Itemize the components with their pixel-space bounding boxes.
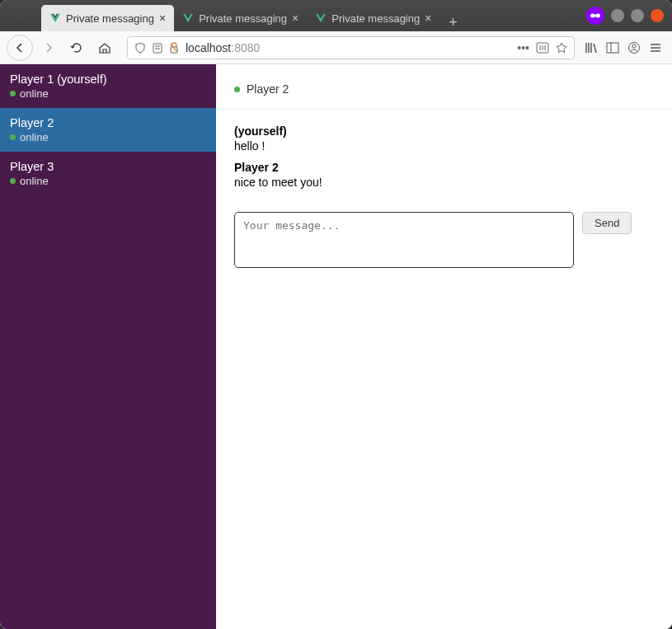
sidebar-icon[interactable] xyxy=(606,41,619,54)
close-icon[interactable]: × xyxy=(425,12,431,25)
new-tab-button[interactable]: + xyxy=(439,14,466,31)
user-status: online xyxy=(10,131,206,143)
chat-header: Player 2 xyxy=(216,64,672,110)
titlebar: Private messaging × Private messaging × … xyxy=(0,0,672,31)
message: Player 2 nice to meet you! xyxy=(234,161,654,189)
lock-icon xyxy=(169,42,179,54)
tab-strip: Private messaging × Private messaging × … xyxy=(41,0,578,31)
back-button[interactable] xyxy=(7,35,33,61)
address-bar[interactable]: localhost:8080 ••• xyxy=(127,36,575,59)
minimize-button[interactable] xyxy=(611,9,624,22)
tab-title: Private messaging xyxy=(66,12,154,25)
message-text: hello ! xyxy=(234,139,654,153)
bookmark-icon[interactable] xyxy=(556,42,567,54)
status-dot-icon xyxy=(10,178,16,184)
sidebar-user-item[interactable]: Player 3 online xyxy=(0,152,216,195)
message-text: nice to meet you! xyxy=(234,176,654,189)
sidebar-user-item[interactable]: Player 2 online xyxy=(0,108,216,152)
message-sender: (yourself) xyxy=(234,124,654,138)
user-status: online xyxy=(10,87,206,100)
message-input[interactable] xyxy=(234,212,574,268)
vue-icon xyxy=(315,12,327,24)
forward-button[interactable] xyxy=(36,35,61,60)
svg-rect-8 xyxy=(607,43,618,53)
info-icon xyxy=(153,42,162,54)
home-button[interactable] xyxy=(92,35,117,60)
user-name: Player 1 (yourself) xyxy=(10,73,206,86)
user-name: Player 2 xyxy=(10,116,206,129)
reader-icon[interactable] xyxy=(536,42,549,54)
user-sidebar: Player 1 (yourself) online Player 2 onli… xyxy=(0,64,216,629)
vue-icon xyxy=(182,12,194,24)
message-list: (yourself) hello ! Player 2 nice to meet… xyxy=(216,110,672,212)
status-dot-icon xyxy=(10,134,16,140)
private-mode-icon xyxy=(586,7,604,25)
browser-window: Private messaging × Private messaging × … xyxy=(0,0,672,629)
menu-icon[interactable] xyxy=(649,41,662,54)
status-dot-icon xyxy=(234,87,240,92)
tab-title: Private messaging xyxy=(331,12,420,25)
svg-point-1 xyxy=(595,14,600,18)
more-icon[interactable]: ••• xyxy=(517,41,529,54)
url-toolbar: localhost:8080 ••• xyxy=(0,31,672,64)
status-dot-icon xyxy=(10,91,16,96)
chat-header-name: Player 2 xyxy=(247,82,289,96)
compose-area: Send xyxy=(216,212,672,268)
message-sender: Player 2 xyxy=(234,161,654,174)
vue-icon xyxy=(49,12,61,24)
shield-icon xyxy=(134,42,146,54)
window-controls xyxy=(578,0,672,31)
send-button[interactable]: Send xyxy=(582,212,632,234)
browser-tab[interactable]: Private messaging × xyxy=(307,5,439,31)
svg-point-11 xyxy=(632,44,636,47)
close-icon[interactable]: × xyxy=(292,12,298,25)
toolbar-right xyxy=(585,41,665,54)
tab-title: Private messaging xyxy=(199,12,287,25)
svg-point-0 xyxy=(590,14,595,18)
sidebar-user-item[interactable]: Player 1 (yourself) online xyxy=(0,64,216,108)
chat-panel: Player 2 (yourself) hello ! Player 2 nic… xyxy=(216,64,672,629)
url-host: localhost:8080 xyxy=(186,41,260,54)
close-icon[interactable]: × xyxy=(159,12,166,25)
browser-tab[interactable]: Private messaging × xyxy=(41,5,174,31)
maximize-button[interactable] xyxy=(631,9,644,22)
browser-tab[interactable]: Private messaging × xyxy=(174,5,307,31)
window-close-button[interactable] xyxy=(651,9,664,22)
user-status: online xyxy=(10,175,206,187)
app-content: Player 1 (yourself) online Player 2 onli… xyxy=(0,64,672,629)
message: (yourself) hello ! xyxy=(234,124,654,153)
account-icon[interactable] xyxy=(627,41,641,54)
user-name: Player 3 xyxy=(10,160,206,173)
reload-button[interactable] xyxy=(64,35,89,60)
library-icon[interactable] xyxy=(585,41,598,54)
